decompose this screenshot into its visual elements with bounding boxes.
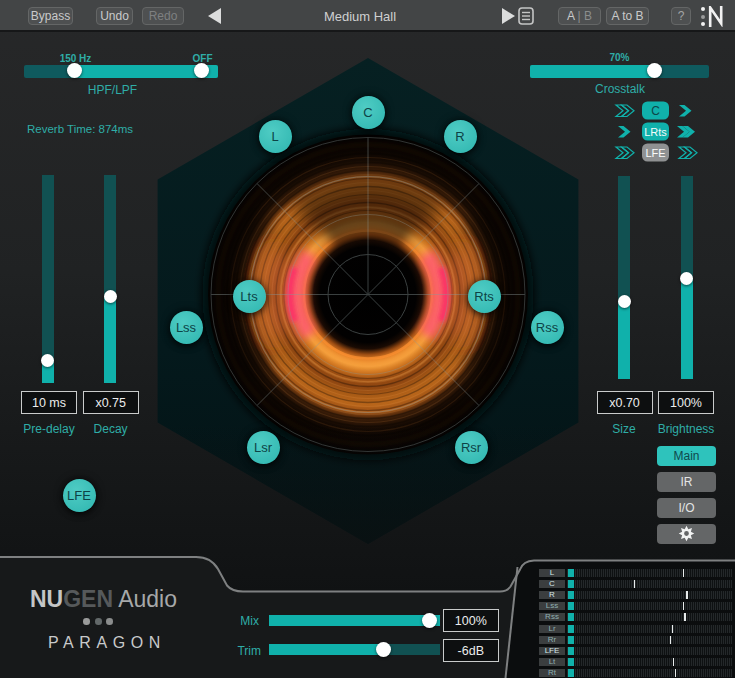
svg-text:LFE: LFE [645,147,665,159]
svg-text:LRts: LRts [644,126,667,138]
svg-text:C: C [651,104,660,118]
